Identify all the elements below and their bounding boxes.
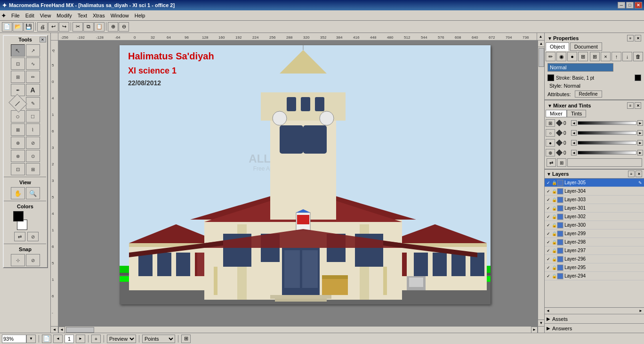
rectangle-tool[interactable]: □ <box>26 110 40 123</box>
zoom-input[interactable] <box>2 335 26 343</box>
layers-options-btn[interactable]: ≡ <box>628 171 635 177</box>
page-add-btn[interactable]: + <box>91 335 101 343</box>
properties-options-btn[interactable]: ≡ <box>627 35 634 41</box>
toolbar-zoom-out[interactable]: ⊖ <box>119 22 129 32</box>
stroke-color-swatch[interactable] <box>635 74 641 81</box>
text-tool[interactable]: A <box>26 84 40 96</box>
import-tool[interactable]: ⊞ <box>11 71 25 83</box>
scale-tool[interactable]: ⊡ <box>11 57 25 70</box>
mixer-close-btn[interactable]: ✕ <box>635 102 641 109</box>
scroll-up-btn[interactable]: ▲ <box>538 41 545 47</box>
menu-window[interactable]: Window <box>108 12 132 19</box>
toolbar-open[interactable]: 📂 <box>13 22 23 32</box>
properties-close-btn[interactable]: ✕ <box>635 35 641 41</box>
scroll-thumb-v[interactable] <box>539 48 544 67</box>
prop-btn-extra[interactable]: ↓ <box>622 52 632 61</box>
toolbar-save[interactable]: 💾 <box>24 22 34 32</box>
scroll-down-btn[interactable]: ▼ <box>538 319 545 326</box>
layer-row-297[interactable]: ✓ 🔒 Layer-297 <box>545 246 644 255</box>
menu-edit[interactable]: Edit <box>23 12 37 19</box>
layer-row-296[interactable]: ✓ 🔒 Layer-296 <box>545 255 644 263</box>
tab-object[interactable]: Object <box>546 42 569 51</box>
toolbar-paste[interactable]: 📋 <box>94 22 105 32</box>
prop-btn-delete[interactable]: ↑ <box>612 52 621 61</box>
mixer-ch4-right[interactable]: ► <box>637 150 643 156</box>
mixer-ch1-left[interactable]: ◄ <box>571 120 577 126</box>
menu-help[interactable]: Help <box>132 12 148 19</box>
eyedropper-tool[interactable]: ✏ <box>26 71 40 83</box>
tab-mixer[interactable]: Mixer <box>546 110 567 117</box>
swap-colors-btn[interactable]: ⇄ <box>14 232 25 241</box>
layer-row-295[interactable]: ✓ 🔒 Layer-295 <box>545 263 644 272</box>
subselect-tool[interactable]: ↗ <box>26 44 40 57</box>
mixer-expand-icon[interactable]: ▼ <box>547 103 552 108</box>
prop-btn-circle[interactable]: ◉ <box>556 52 566 61</box>
zoom-dropdown-btn[interactable]: ▼ <box>26 335 36 343</box>
smudge-tool[interactable]: ⊙ <box>26 150 40 162</box>
layer-row-304[interactable]: ✓ 🔒 Layer-304 <box>545 187 644 196</box>
answers-panel-collapsed[interactable]: ▶ Answers <box>545 323 644 333</box>
prop-btn-dot[interactable]: ● <box>567 52 577 61</box>
mixer-ch2-track[interactable] <box>578 131 636 135</box>
toolbar-redo[interactable]: ↪ <box>59 22 69 32</box>
pointer-tool[interactable]: ↖ <box>11 44 25 57</box>
tab-document[interactable]: Document <box>570 42 602 51</box>
page-back-btn[interactable]: ◄ <box>53 335 63 343</box>
mixer-ch1-track[interactable] <box>578 121 636 125</box>
layer-row-305[interactable]: ✓ 🔒 Layer-305 ✎ <box>545 179 644 187</box>
layer-row-294[interactable]: ✓ 🔒 Layer-294 <box>545 272 644 280</box>
mixer-ch1-right[interactable]: ► <box>637 120 643 126</box>
layer-row-298[interactable]: ✓ 🔒 Layer-298 <box>545 238 644 246</box>
perspective-tool[interactable]: ⊡ <box>11 163 25 175</box>
view-mode-select[interactable]: Preview <box>107 335 136 343</box>
freeform-tool[interactable]: ⊕ <box>11 137 25 149</box>
prop-btn-up[interactable]: ⊞ <box>590 52 600 61</box>
canvas-area[interactable]: Halimatus Sa'diyah XI science 1 22/08/20… <box>58 41 538 326</box>
tab-tints[interactable]: Tints <box>567 110 586 117</box>
transform-tool[interactable]: ⊠ <box>11 123 25 136</box>
toolbar-undo[interactable]: ↩ <box>48 22 58 32</box>
snap-on-btn[interactable]: ⊹ <box>11 254 25 266</box>
scroll-left-btn[interactable]: ◄ <box>58 327 65 333</box>
toolbar-zoom-in[interactable]: ⊕ <box>108 22 118 32</box>
mixer-swatch-btn[interactable]: ⊞ <box>557 158 566 167</box>
scroll-left-corner[interactable]: ◄ <box>51 326 58 333</box>
prop-btn-grid[interactable]: ⊞ <box>578 52 588 61</box>
page-prev-btn[interactable]: 📄 <box>42 335 51 343</box>
mixer-ch3-track[interactable] <box>578 141 636 145</box>
line-tool[interactable]: | <box>8 94 27 113</box>
layer-row-301[interactable]: ✓ 🔒 Layer-301 <box>545 204 644 213</box>
layer-row-299[interactable]: ✓ 🔒 Layer-299 <box>545 229 644 238</box>
mixer-ch3-left[interactable]: ◄ <box>571 140 577 146</box>
scroll-thumb-h[interactable] <box>66 327 94 333</box>
menu-xtras[interactable]: Xtras <box>90 12 108 19</box>
mixer-ch4-left[interactable]: ◄ <box>571 150 577 156</box>
mixer-ch2-right[interactable]: ► <box>637 130 643 136</box>
pencil-tool[interactable]: ✎ <box>26 97 40 109</box>
minimize-button[interactable]: ─ <box>618 2 625 8</box>
toolbar-new[interactable]: 📄 <box>2 22 12 32</box>
menu-modify[interactable]: Modify <box>54 12 74 19</box>
layers-expand-icon[interactable]: ▼ <box>547 172 551 177</box>
mixer-ch4-track[interactable] <box>578 151 636 155</box>
toolbar-copy[interactable]: ⧉ <box>83 22 94 32</box>
properties-expand-icon[interactable]: ▼ <box>547 36 552 41</box>
layers-scroll-left[interactable]: ◄ <box>545 308 551 314</box>
layers-scroll-right[interactable]: ► <box>637 308 644 314</box>
mixer-options-btn[interactable]: ≡ <box>627 102 634 109</box>
title-bar-controls[interactable]: ─ □ ✕ <box>618 2 642 8</box>
prop-btn-trash[interactable]: 🗑 <box>633 52 643 61</box>
layers-close-btn[interactable]: ✕ <box>636 171 642 177</box>
assets-panel-collapsed[interactable]: ▶ Assets <box>545 314 644 323</box>
report-btn[interactable]: ⊞ <box>181 335 191 343</box>
prop-btn-style[interactable]: ✏ <box>546 52 555 61</box>
scroll-right-btn[interactable]: ► <box>531 327 538 333</box>
redefine-button[interactable]: Redefine <box>575 90 602 98</box>
freehand-tool[interactable]: ∿ <box>26 57 40 70</box>
mirror-tool[interactable]: ⊞ <box>26 163 40 175</box>
prop-btn-down[interactable]: × <box>601 52 611 61</box>
toolbar-close-button[interactable]: ✕ <box>40 37 46 42</box>
menu-view[interactable]: View <box>37 12 54 19</box>
knife-tool[interactable]: ⌇ <box>26 123 40 136</box>
layer-row-300[interactable]: ✓ 🔒 Layer-300 <box>545 221 644 229</box>
